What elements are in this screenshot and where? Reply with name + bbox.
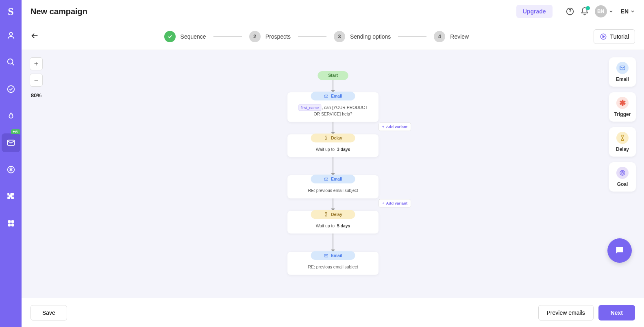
zoom-controls: + − 80% xyxy=(30,57,43,98)
svg-rect-9 xyxy=(11,224,13,226)
delay-node[interactable]: Delay Wait up to 5 days xyxy=(287,211,379,233)
sequence-canvas[interactable]: + − 80% Email ✱ Trigger Delay xyxy=(22,50,644,298)
palette-label: Goal xyxy=(617,181,628,187)
dollar-circle-icon xyxy=(7,165,15,174)
step-divider xyxy=(398,36,426,37)
delay-pill: Delay xyxy=(311,133,355,142)
delay-pill: Delay xyxy=(311,210,355,219)
help-button[interactable] xyxy=(566,7,574,16)
step-prospects[interactable]: 2 Prospects xyxy=(249,31,291,42)
palette-goal[interactable]: Goal xyxy=(609,162,636,192)
email-node[interactable]: Email RE: previous email subject xyxy=(287,252,379,275)
zoom-out-button[interactable]: − xyxy=(30,74,43,87)
notifications-button[interactable] xyxy=(580,7,589,16)
tutorial-button[interactable]: Tutorial xyxy=(594,29,635,44)
footer: Save Preview emails Next xyxy=(22,298,644,327)
delay-pill-label: Delay xyxy=(331,135,342,140)
email-node[interactable]: Email RE: previous email subject xyxy=(287,175,379,198)
nav-contacts[interactable] xyxy=(2,26,20,45)
step-badge: 4 xyxy=(434,31,445,42)
check-icon xyxy=(167,34,173,39)
puzzle-icon xyxy=(7,192,15,201)
mail-icon xyxy=(324,94,328,98)
hourglass-icon xyxy=(324,135,328,140)
steps-center: Sequence 2 Prospects 3 Sending options 4… xyxy=(39,31,594,42)
step-review[interactable]: 4 Review xyxy=(434,31,469,42)
add-variant-label: Add variant xyxy=(386,124,407,129)
preview-emails-button[interactable]: Preview emails xyxy=(538,305,594,320)
topbar: New campaign Upgrade BN EN xyxy=(22,0,644,23)
flame-icon xyxy=(7,111,15,120)
email-subject: RE: previous email subject xyxy=(308,264,358,270)
zoom-in-button[interactable]: + xyxy=(30,57,43,70)
mail-icon xyxy=(324,177,328,181)
avatar: BN xyxy=(595,5,607,17)
email-node[interactable]: Email first_name, can [YOUR PRODUCT OR S… xyxy=(287,92,379,122)
palette-label: Delay xyxy=(616,146,629,152)
app-logo: S xyxy=(8,6,13,18)
next-button[interactable]: Next xyxy=(598,305,635,320)
nav-verify[interactable] xyxy=(2,80,20,98)
email-pill-label: Email xyxy=(331,253,342,258)
svg-point-3 xyxy=(7,86,14,93)
step-label: Review xyxy=(450,33,469,40)
step-label: Sequence xyxy=(181,33,206,40)
zoom-level: 80% xyxy=(31,92,41,98)
step-sequence[interactable]: Sequence xyxy=(164,31,206,42)
start-label: Start xyxy=(328,73,338,78)
nav-search[interactable] xyxy=(2,53,20,72)
subject-text: , can [YOUR PRODUCT OR SERVICE] help? xyxy=(313,105,368,116)
svg-rect-8 xyxy=(8,224,10,226)
step-label: Prospects xyxy=(265,33,291,40)
flow-arrow xyxy=(333,80,333,92)
svg-rect-6 xyxy=(8,220,10,223)
palette-email[interactable]: Email xyxy=(609,57,636,87)
asterisk-icon: ✱ xyxy=(616,97,629,109)
ai-badge: +AI xyxy=(11,129,20,134)
email-pill: Email xyxy=(311,251,355,260)
nav-campaigns[interactable]: +AI xyxy=(2,133,20,152)
save-button[interactable]: Save xyxy=(30,305,67,320)
flow-arrow xyxy=(333,198,333,210)
main: New campaign Upgrade BN EN Sequen xyxy=(22,0,644,327)
palette-delay[interactable]: Delay xyxy=(609,127,636,157)
back-button[interactable] xyxy=(30,31,39,41)
flow-arrow xyxy=(333,157,333,175)
svg-line-2 xyxy=(12,63,14,65)
chat-button[interactable] xyxy=(607,238,632,263)
node-palette: Email ✱ Trigger Delay Goal xyxy=(609,57,636,192)
delay-pill-label: Delay xyxy=(331,212,342,217)
delay-node[interactable]: Delay Wait up to 3 days xyxy=(287,134,379,157)
notification-dot xyxy=(586,6,590,10)
step-divider xyxy=(213,36,242,37)
check-circle-icon xyxy=(7,85,15,94)
add-variant-button[interactable]: + Add variant xyxy=(378,199,411,207)
nav-apps[interactable] xyxy=(2,214,20,233)
search-icon xyxy=(7,58,15,67)
mail-icon xyxy=(7,138,15,147)
chevron-down-icon xyxy=(630,9,635,14)
start-node[interactable]: Start xyxy=(318,71,348,80)
step-badge: 3 xyxy=(334,31,345,42)
chevron-down-icon xyxy=(609,9,614,14)
language-selector[interactable]: EN xyxy=(621,8,635,15)
nav-billing[interactable] xyxy=(2,160,20,179)
nav-warmup[interactable] xyxy=(2,107,20,125)
plus-icon: + xyxy=(382,201,384,205)
upgrade-button[interactable]: Upgrade xyxy=(516,5,553,18)
flow-arrow xyxy=(333,233,333,252)
step-sending-options[interactable]: 3 Sending options xyxy=(334,31,391,42)
add-variant-button[interactable]: + Add variant xyxy=(378,122,411,131)
mail-icon xyxy=(616,62,629,74)
palette-trigger[interactable]: ✱ Trigger xyxy=(609,92,636,122)
step-divider xyxy=(298,36,326,37)
account-menu[interactable]: BN xyxy=(595,5,614,17)
step-badge-done xyxy=(164,31,176,42)
target-icon xyxy=(616,167,629,179)
palette-label: Trigger xyxy=(614,111,631,117)
plus-icon: + xyxy=(382,124,384,129)
email-pill: Email xyxy=(311,92,355,100)
svg-point-0 xyxy=(9,33,12,35)
email-subject: RE: previous email subject xyxy=(308,187,358,194)
nav-integrations[interactable] xyxy=(2,187,20,206)
